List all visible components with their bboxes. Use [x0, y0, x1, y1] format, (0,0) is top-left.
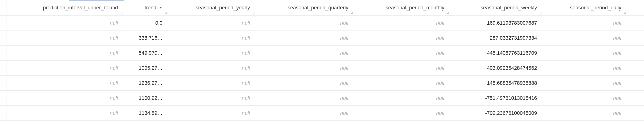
null-value: null	[436, 20, 444, 26]
resize-handle-icon[interactable]	[120, 12, 123, 15]
null-value: null	[340, 50, 348, 56]
null-value: null	[110, 20, 118, 26]
cell-daily[interactable]: null	[543, 46, 627, 60]
cell-trend[interactable]: 0.0	[124, 16, 168, 30]
column-header-seasonal-period-quarterly[interactable]: seasonal_period_quarterly	[256, 0, 354, 15]
null-value: null	[340, 65, 348, 71]
table-row[interactable]: null0.0nullnullnull169.61193783007687nul…	[0, 16, 644, 31]
null-value: null	[436, 110, 444, 116]
cell-monthly[interactable]: null	[354, 106, 450, 120]
cell-monthly[interactable]: null	[354, 46, 450, 60]
cell-monthly[interactable]: null	[354, 31, 450, 45]
cell-weekly[interactable]: -751.49761013015416	[450, 91, 543, 105]
resize-handle-icon[interactable]	[539, 12, 542, 15]
row-number-gutter	[0, 31, 6, 45]
resize-handle-icon[interactable]	[623, 12, 626, 15]
cell-quarterly[interactable]: null	[256, 31, 354, 45]
null-value: null	[110, 80, 118, 86]
cell-piub[interactable]: null	[6, 46, 124, 60]
resize-handle-icon[interactable]	[164, 12, 168, 15]
null-value: null	[613, 20, 621, 26]
cell-yearly[interactable]: null	[168, 31, 256, 45]
null-value: null	[242, 95, 250, 101]
cell-yearly[interactable]: null	[168, 91, 256, 105]
column-label: seasonal_period_yearly	[196, 5, 250, 11]
cell-trend[interactable]: 338.716…	[124, 31, 168, 45]
cell-quarterly[interactable]: null	[256, 16, 354, 30]
null-value: null	[110, 35, 118, 41]
cell-weekly[interactable]: 445.14087763116709	[450, 46, 543, 60]
cell-trend[interactable]: 1100.92…	[124, 91, 168, 105]
null-value: null	[110, 50, 118, 56]
cell-weekly[interactable]: 145.68835478938888	[450, 76, 543, 90]
cell-weekly[interactable]: 287.0332731997334	[450, 31, 543, 45]
cell-quarterly[interactable]: null	[256, 46, 354, 60]
cell-trend[interactable]: 1005.27…	[124, 61, 168, 75]
null-value: null	[340, 20, 348, 26]
resize-handle-icon[interactable]	[252, 12, 255, 15]
column-header-trend[interactable]: trend	[124, 0, 168, 15]
cell-daily[interactable]: null	[543, 31, 627, 45]
cell-yearly[interactable]: null	[168, 61, 256, 75]
cell-yearly[interactable]: null	[168, 46, 256, 60]
null-value: null	[242, 50, 250, 56]
cell-quarterly[interactable]: null	[256, 91, 354, 105]
cell-yearly[interactable]: null	[168, 16, 256, 30]
cell-monthly[interactable]: null	[354, 76, 450, 90]
row-number-gutter	[0, 46, 6, 60]
column-header-seasonal-period-weekly[interactable]: seasonal_period_weekly	[450, 0, 543, 15]
table-row[interactable]: null1005.27…nullnullnull403.092354284745…	[0, 61, 644, 76]
cell-trend[interactable]: 1134.89…	[124, 106, 168, 120]
cell-daily[interactable]: null	[543, 76, 627, 90]
null-value: null	[340, 110, 348, 116]
cell-weekly[interactable]: 403.09235428474562	[450, 61, 543, 75]
cell-piub[interactable]: null	[6, 76, 124, 90]
cell-quarterly[interactable]: null	[256, 61, 354, 75]
cell-weekly[interactable]: -702.23676100045009	[450, 106, 543, 120]
table-row[interactable]: null1134.89…nullnullnull-702.23676100045…	[0, 106, 644, 121]
null-value: null	[436, 65, 444, 71]
table-row[interactable]: null1236.27…nullnullnull145.688354789388…	[0, 76, 644, 91]
cell-daily[interactable]: null	[543, 91, 627, 105]
row-number-gutter	[0, 76, 6, 90]
null-value: null	[436, 50, 444, 56]
cell-trend[interactable]: 549.970…	[124, 46, 168, 60]
sort-desc-icon[interactable]	[159, 6, 162, 10]
column-header-seasonal-period-daily[interactable]: seasonal_period_daily	[543, 0, 627, 15]
cell-monthly[interactable]: null	[354, 61, 450, 75]
cell-piub[interactable]: null	[6, 91, 124, 105]
cell-daily[interactable]: null	[543, 16, 627, 30]
column-header-prediction-interval-upper-bound[interactable]: prediction_interval_upper_bound	[6, 0, 124, 15]
cell-quarterly[interactable]: null	[256, 76, 354, 90]
null-value: null	[110, 65, 118, 71]
null-value: null	[242, 20, 250, 26]
cell-yearly[interactable]: null	[168, 106, 256, 120]
null-value: null	[436, 80, 444, 86]
cell-weekly[interactable]: 169.61193783007687	[450, 16, 543, 30]
cell-trend[interactable]: 1236.27…	[124, 76, 168, 90]
cell-piub[interactable]: null	[6, 16, 124, 30]
table-row[interactable]: null338.716…nullnullnull287.033273199733…	[0, 31, 644, 46]
column-header-seasonal-period-monthly[interactable]: seasonal_period_monthly	[354, 0, 450, 15]
cell-value: 287.0332731997334	[490, 35, 537, 41]
table-row[interactable]: null549.970…nullnullnull445.140877631167…	[0, 46, 644, 61]
cell-monthly[interactable]: null	[354, 91, 450, 105]
cell-daily[interactable]: null	[543, 61, 627, 75]
table-row[interactable]: null1100.92…nullnullnull-751.49761013015…	[0, 91, 644, 106]
cell-daily[interactable]: null	[543, 106, 627, 120]
null-value: null	[613, 35, 621, 41]
cell-piub[interactable]: null	[6, 106, 124, 120]
cell-quarterly[interactable]: null	[256, 106, 354, 120]
cell-yearly[interactable]: null	[168, 76, 256, 90]
cell-monthly[interactable]: null	[354, 16, 450, 30]
resize-handle-icon[interactable]	[446, 12, 450, 15]
null-value: null	[436, 95, 444, 101]
cell-value: 1005.27…	[138, 65, 162, 71]
cell-value: 1100.92…	[138, 95, 162, 101]
null-value: null	[242, 80, 250, 86]
cell-piub[interactable]: null	[6, 61, 124, 75]
resize-handle-icon[interactable]	[350, 12, 354, 15]
cell-piub[interactable]: null	[6, 31, 124, 45]
column-header-seasonal-period-yearly[interactable]: seasonal_period_yearly	[168, 0, 256, 15]
cell-value: 1236.27…	[138, 80, 162, 86]
